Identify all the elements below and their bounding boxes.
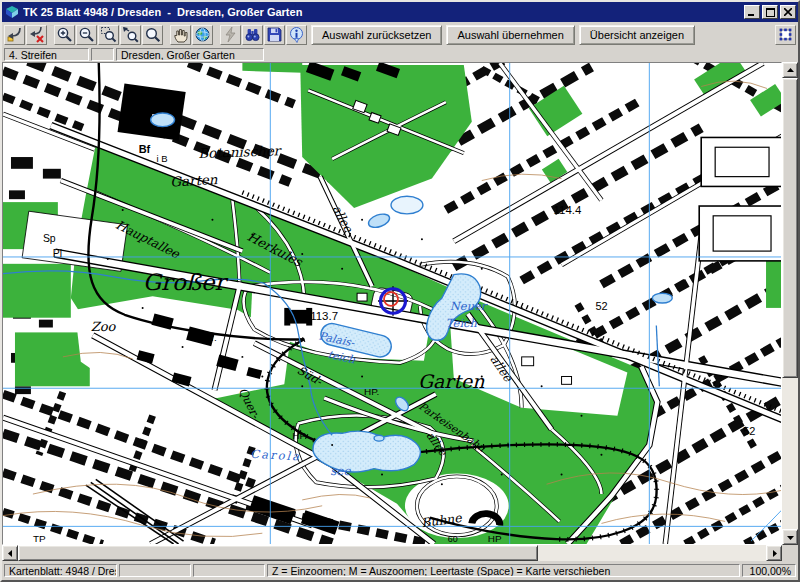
label-sp: Sp (43, 233, 56, 244)
map-viewport[interactable]: Bf i B Botanischer Garten Hauptallee Her… (2, 62, 782, 545)
label-60: 60 (448, 534, 458, 544)
scroll-right-icon (771, 550, 778, 557)
selection-handles-icon (777, 26, 794, 43)
status-panel-2 (119, 564, 191, 577)
label-grosser: Großer (143, 269, 229, 295)
horizontal-scrollbar[interactable] (2, 545, 782, 561)
tool-disabled-icon (222, 26, 239, 43)
carolasee-lake (313, 431, 421, 472)
show-overview-text-button[interactable]: Übersicht anzeigen (579, 25, 695, 45)
status-sheet: Kartenblatt: 4948 / Dresden (4, 564, 117, 577)
label-hp-b: HP (292, 430, 306, 441)
label-hp-c: HP (488, 533, 502, 544)
vertical-scroll-track[interactable] (782, 378, 798, 529)
find-binoculars-icon (244, 26, 261, 43)
status-hint: Z = Einzoomen; M = Auszoomen; Leertaste … (267, 564, 740, 577)
scroll-up-icon (787, 67, 794, 74)
zoom-window-button[interactable] (98, 25, 119, 45)
overview-button[interactable] (192, 25, 213, 45)
close-button[interactable] (780, 5, 796, 19)
apply-selection-button[interactable] (4, 25, 25, 45)
sheet-name-field: Dresden, Großer Garten (116, 48, 264, 61)
small-pond-1 (151, 113, 175, 127)
horizontal-scroll-thumb[interactable] (18, 545, 538, 561)
reset-selection-text-button[interactable]: Auswahl zurücksetzen (311, 25, 442, 45)
status-panel-3 (193, 564, 265, 577)
pan-button[interactable] (170, 25, 191, 45)
topographic-map: Bf i B Botanischer Garten Hauptallee Her… (3, 63, 781, 544)
botanical-pond (391, 196, 423, 214)
label-ib: i B (157, 153, 168, 164)
label-hp-a: HP. (364, 386, 379, 397)
status-bar: Kartenblatt: 4948 / Dresden Z = Einzoome… (2, 561, 798, 580)
label-bf-park: Bf. (204, 332, 216, 343)
label-teich: Teich (446, 316, 478, 330)
status-zoom-level: 100,00% (742, 564, 796, 577)
info-bar: 4. Streifen Dresden, Großer Garten (2, 47, 798, 62)
info-button[interactable] (286, 25, 307, 45)
large-black-building (118, 84, 186, 141)
info-field-2 (91, 48, 114, 61)
small-pond-3 (652, 293, 672, 303)
scroll-up-button[interactable] (782, 62, 798, 78)
label-tp: TP (33, 533, 46, 544)
info-icon (288, 26, 305, 43)
zoom-in-icon (56, 26, 73, 43)
save-floppy-icon (266, 26, 283, 43)
label-see: see (330, 465, 351, 479)
vertical-scroll-thumb[interactable] (782, 78, 798, 378)
apply-selection-text-button[interactable]: Auswahl übernehmen (446, 25, 574, 45)
label-bf: Bf (139, 143, 151, 155)
title-bar[interactable]: TK 25 Blatt 4948 / Dresden - Dresden, Gr… (2, 2, 798, 22)
small-pond-5 (374, 435, 384, 441)
scroll-down-icon (787, 534, 794, 541)
find-button[interactable] (242, 25, 263, 45)
scroll-down-button[interactable] (782, 529, 798, 545)
label-52-a: 52 (595, 300, 607, 312)
scroll-left-icon (7, 550, 14, 557)
maximize-button[interactable] (762, 5, 778, 19)
label-garten: Garten (418, 371, 485, 392)
label-52-b: 52 (743, 425, 755, 437)
close-icon (784, 8, 792, 16)
scroll-right-button[interactable] (766, 545, 782, 561)
label-neuer: Neuer (450, 299, 488, 313)
zoom-out-icon (78, 26, 95, 43)
zoom-previous-button[interactable] (120, 25, 141, 45)
reset-selection-icon (28, 26, 45, 43)
selection-handles-button[interactable] (775, 25, 796, 45)
minimize-icon (748, 8, 756, 16)
zoom-original-button[interactable] (142, 25, 163, 45)
toolbar: Auswahl zurücksetzen Auswahl übernehmen … (2, 22, 798, 47)
strip-field: 4. Streifen (4, 48, 89, 61)
zoom-window-icon (100, 26, 117, 43)
window-title: TK 25 Blatt 4948 / Dresden - Dresden, Gr… (23, 6, 744, 18)
app-icon (5, 5, 19, 19)
label-elevation-114: 114.4 (554, 204, 582, 216)
minimize-button[interactable] (744, 5, 760, 19)
horizontal-scroll-track[interactable] (538, 545, 766, 561)
zoom-in-button[interactable] (54, 25, 75, 45)
scrollbar-corner (782, 545, 798, 561)
save-button[interactable] (264, 25, 285, 45)
zoom-original-icon (144, 26, 161, 43)
palais-building (284, 308, 312, 326)
label-pl: Pl (53, 248, 62, 259)
label-carola: Carola (250, 447, 301, 463)
overview-globe-icon (194, 26, 211, 43)
map-area: Bf i B Botanischer Garten Hauptallee Her… (2, 62, 798, 561)
app-window: TK 25 Blatt 4948 / Dresden - Dresden, Gr… (0, 0, 800, 582)
scroll-left-button[interactable] (2, 545, 18, 561)
vertical-scrollbar[interactable] (782, 62, 798, 545)
pan-hand-icon (172, 26, 189, 43)
reset-selection-button[interactable] (26, 25, 47, 45)
zoom-out-button[interactable] (76, 25, 97, 45)
zoom-previous-icon (122, 26, 139, 43)
apply-selection-icon (6, 26, 23, 43)
label-botanischer-garten: Garten (170, 172, 218, 189)
label-botanischer: Botanischer (198, 143, 283, 161)
label-zoo: Zoo (91, 320, 117, 335)
tool-disabled-button[interactable] (220, 25, 241, 45)
maximize-icon (766, 8, 775, 17)
label-elevation-113: 113.7 (310, 310, 338, 322)
